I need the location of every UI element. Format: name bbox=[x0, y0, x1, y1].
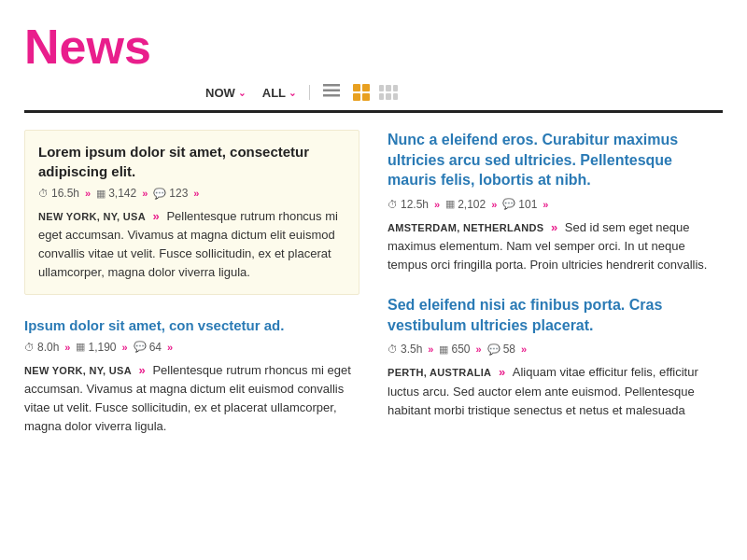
news-title[interactable]: Nunc a eleifend eros. Curabitur maximus … bbox=[388, 130, 723, 190]
news-title[interactable]: Ipsum dolor sit amet, con vsectetur ad. bbox=[24, 315, 359, 335]
views-icon: ▦ bbox=[76, 341, 85, 353]
comments-meta: 💬 58 bbox=[487, 343, 515, 356]
meta-sep-3: » bbox=[543, 199, 548, 210]
svg-rect-2 bbox=[323, 94, 340, 97]
views-value: 650 bbox=[451, 343, 470, 356]
location-sep: » bbox=[495, 365, 508, 379]
views-meta: ▦ 650 bbox=[439, 343, 470, 356]
news-body: NEW YORK, NY, USA » Pellentesque rutrum … bbox=[24, 361, 359, 437]
clock-icon: ⏱ bbox=[38, 188, 49, 199]
comments-value: 123 bbox=[169, 187, 188, 200]
views-meta: ▦ 2,102 bbox=[445, 198, 486, 211]
meta-sep-1: » bbox=[428, 343, 433, 355]
comments-value: 101 bbox=[518, 198, 537, 211]
time-meta: ⏱ 8.0h bbox=[24, 341, 59, 354]
news-location: NEW YORK, NY, USA bbox=[24, 365, 132, 376]
news-location: NEW YORK, NY, USA bbox=[38, 211, 146, 222]
views-icon: ▦ bbox=[445, 198, 455, 210]
svg-rect-1 bbox=[323, 90, 340, 92]
views-value: 3,142 bbox=[108, 187, 136, 200]
comments-value: 58 bbox=[503, 343, 515, 356]
news-body: PERTH, AUSTRALIA » Aliquam vitae efficit… bbox=[388, 363, 723, 419]
chevron-now-icon: ⌄ bbox=[238, 88, 246, 98]
column-left: Lorem ipsum dolor sit amet, consectetur … bbox=[24, 130, 359, 456]
views-meta: ▦ 3,142 bbox=[96, 187, 136, 200]
filter-now-button[interactable]: NOW ⌄ bbox=[202, 84, 249, 102]
news-body: AMSTERDAM, NETHERLANDS » Sed id sem eget… bbox=[388, 218, 723, 274]
meta-row: ⏱ 16.5h » ▦ 3,142 » 💬 123 » bbox=[38, 187, 345, 200]
clock-icon: ⏱ bbox=[388, 343, 398, 355]
meta-sep-2: » bbox=[142, 188, 148, 199]
view-list-icon[interactable] bbox=[319, 82, 344, 103]
views-value: 1,190 bbox=[88, 341, 116, 354]
time-value: 16.5h bbox=[51, 187, 79, 200]
time-meta: ⏱ 12.5h bbox=[388, 198, 429, 211]
meta-sep-3: » bbox=[167, 342, 173, 353]
news-body: NEW YORK, NY, USA » Pellentesque rutrum … bbox=[38, 207, 345, 283]
meta-sep-2: » bbox=[476, 343, 482, 355]
articles-grid: Lorem ipsum dolor sit amet, consectetur … bbox=[24, 130, 723, 456]
meta-sep-1: » bbox=[85, 188, 91, 199]
views-icon: ▦ bbox=[439, 343, 448, 356]
meta-row: ⏱ 8.0h » ▦ 1,190 » 💬 64 » bbox=[24, 341, 359, 354]
comments-meta: 💬 64 bbox=[134, 341, 162, 354]
comment-icon: 💬 bbox=[487, 343, 500, 356]
page-title: News bbox=[24, 19, 723, 75]
comments-meta: 💬 101 bbox=[502, 198, 537, 211]
comments-meta: 💬 123 bbox=[153, 187, 188, 200]
clock-icon: ⏱ bbox=[24, 342, 35, 353]
clock-icon: ⏱ bbox=[388, 199, 398, 210]
news-item: Ipsum dolor sit amet, con vsectetur ad. … bbox=[24, 315, 359, 437]
location-sep: » bbox=[135, 363, 148, 377]
comment-icon: 💬 bbox=[153, 188, 166, 200]
meta-row: ⏱ 3.5h » ▦ 650 » 💬 58 » bbox=[388, 343, 723, 356]
column-right: Nunc a eleifend eros. Curabitur maximus … bbox=[388, 130, 723, 456]
view-grid3-icon[interactable] bbox=[379, 85, 398, 100]
meta-sep-2: » bbox=[491, 199, 497, 210]
news-location: PERTH, AUSTRALIA bbox=[388, 367, 491, 378]
chevron-all-icon: ⌄ bbox=[289, 88, 296, 98]
meta-sep-3: » bbox=[193, 188, 199, 199]
svg-rect-0 bbox=[323, 84, 340, 87]
time-meta: ⏱ 16.5h bbox=[38, 187, 79, 200]
time-meta: ⏱ 3.5h bbox=[388, 343, 422, 356]
filter-all-button[interactable]: ALL ⌄ bbox=[259, 84, 300, 102]
meta-sep-3: » bbox=[521, 343, 527, 355]
time-value: 3.5h bbox=[401, 343, 422, 356]
meta-sep-2: » bbox=[122, 342, 128, 353]
comment-icon: 💬 bbox=[134, 341, 147, 353]
comment-icon: 💬 bbox=[502, 198, 515, 210]
view-grid2-icon[interactable] bbox=[353, 84, 370, 101]
news-title: Lorem ipsum dolor sit amet, consectetur … bbox=[38, 142, 345, 181]
views-meta: ▦ 1,190 bbox=[76, 341, 116, 354]
toolbar: NOW ⌄ ALL ⌄ bbox=[24, 82, 723, 113]
meta-sep-1: » bbox=[434, 199, 440, 210]
news-item: Sed eleifend nisi ac finibus porta. Cras… bbox=[388, 295, 723, 420]
news-item: Lorem ipsum dolor sit amet, consectetur … bbox=[24, 130, 359, 295]
comments-value: 64 bbox=[149, 341, 162, 354]
meta-sep-1: » bbox=[64, 342, 70, 353]
location-sep: » bbox=[149, 209, 162, 223]
views-icon: ▦ bbox=[96, 188, 106, 200]
news-item: Nunc a eleifend eros. Curabitur maximus … bbox=[388, 130, 723, 274]
time-value: 12.5h bbox=[401, 198, 429, 211]
views-value: 2,102 bbox=[458, 198, 486, 211]
location-sep: » bbox=[547, 220, 560, 234]
news-title[interactable]: Sed eleifend nisi ac finibus porta. Cras… bbox=[388, 295, 723, 335]
meta-row: ⏱ 12.5h » ▦ 2,102 » 💬 101 » bbox=[388, 198, 723, 211]
time-value: 8.0h bbox=[37, 341, 59, 354]
news-location: AMSTERDAM, NETHERLANDS bbox=[388, 222, 543, 233]
